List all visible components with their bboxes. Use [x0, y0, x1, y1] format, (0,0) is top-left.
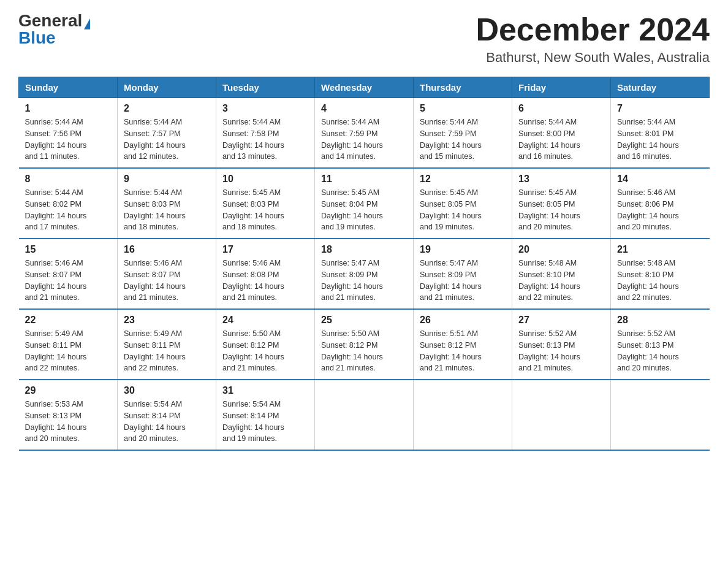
calendar-cell: 9Sunrise: 5:44 AMSunset: 8:03 PMDaylight…	[118, 168, 216, 239]
day-info: Sunrise: 5:45 AMSunset: 8:05 PMDaylight:…	[518, 187, 604, 233]
day-number: 5	[420, 103, 506, 114]
header-tuesday: Tuesday	[216, 77, 315, 98]
calendar-cell: 1Sunrise: 5:44 AMSunset: 7:56 PMDaylight…	[19, 98, 118, 169]
day-number: 29	[25, 385, 112, 396]
header-saturday: Saturday	[611, 77, 710, 98]
day-number: 25	[321, 315, 407, 326]
day-number: 26	[420, 315, 506, 326]
calendar-cell: 6Sunrise: 5:44 AMSunset: 8:00 PMDaylight…	[512, 98, 611, 169]
day-info: Sunrise: 5:45 AMSunset: 8:03 PMDaylight:…	[222, 187, 308, 233]
calendar-cell: 11Sunrise: 5:45 AMSunset: 8:04 PMDayligh…	[315, 168, 414, 239]
day-number: 23	[124, 315, 210, 326]
day-number: 24	[222, 315, 308, 326]
day-info: Sunrise: 5:49 AMSunset: 8:11 PMDaylight:…	[124, 328, 210, 374]
calendar-table: SundayMondayTuesdayWednesdayThursdayFrid…	[18, 77, 710, 451]
day-number: 21	[617, 244, 703, 255]
calendar-cell: 12Sunrise: 5:45 AMSunset: 8:05 PMDayligh…	[414, 168, 512, 239]
day-number: 10	[222, 174, 308, 185]
day-number: 7	[617, 103, 703, 114]
day-info: Sunrise: 5:46 AMSunset: 8:07 PMDaylight:…	[25, 258, 112, 304]
calendar-cell: 26Sunrise: 5:51 AMSunset: 8:12 PMDayligh…	[414, 309, 512, 380]
calendar-cell: 31Sunrise: 5:54 AMSunset: 8:14 PMDayligh…	[216, 380, 315, 450]
day-number: 20	[518, 244, 604, 255]
day-number: 6	[518, 103, 604, 114]
calendar-cell	[315, 380, 414, 450]
day-number: 17	[222, 244, 308, 255]
day-info: Sunrise: 5:46 AMSunset: 8:06 PMDaylight:…	[617, 187, 703, 233]
day-info: Sunrise: 5:48 AMSunset: 8:10 PMDaylight:…	[617, 258, 703, 304]
logo-blue-row: Blue	[18, 29, 56, 47]
day-info: Sunrise: 5:54 AMSunset: 8:14 PMDaylight:…	[222, 399, 308, 445]
calendar-cell: 7Sunrise: 5:44 AMSunset: 8:01 PMDaylight…	[611, 98, 710, 169]
calendar-subtitle: Bathurst, New South Wales, Australia	[476, 50, 710, 66]
day-info: Sunrise: 5:45 AMSunset: 8:04 PMDaylight:…	[321, 187, 407, 233]
calendar-cell: 24Sunrise: 5:50 AMSunset: 8:12 PMDayligh…	[216, 309, 315, 380]
day-info: Sunrise: 5:49 AMSunset: 8:11 PMDaylight:…	[25, 328, 112, 374]
calendar-cell: 2Sunrise: 5:44 AMSunset: 7:57 PMDaylight…	[118, 98, 216, 169]
day-number: 28	[617, 315, 703, 326]
calendar-cell: 20Sunrise: 5:48 AMSunset: 8:10 PMDayligh…	[512, 239, 611, 309]
day-info: Sunrise: 5:48 AMSunset: 8:10 PMDaylight:…	[518, 258, 604, 304]
day-info: Sunrise: 5:44 AMSunset: 7:58 PMDaylight:…	[222, 117, 308, 163]
day-info: Sunrise: 5:44 AMSunset: 8:03 PMDaylight:…	[124, 187, 210, 233]
day-info: Sunrise: 5:44 AMSunset: 8:02 PMDaylight:…	[25, 187, 112, 233]
header-friday: Friday	[512, 77, 611, 98]
day-info: Sunrise: 5:50 AMSunset: 8:12 PMDaylight:…	[321, 328, 407, 374]
day-info: Sunrise: 5:45 AMSunset: 8:05 PMDaylight:…	[420, 187, 506, 233]
day-number: 16	[124, 244, 210, 255]
logo: General Blue	[18, 12, 90, 47]
day-number: 11	[321, 174, 407, 185]
day-number: 13	[518, 174, 604, 185]
calendar-cell: 4Sunrise: 5:44 AMSunset: 7:59 PMDaylight…	[315, 98, 414, 169]
day-info: Sunrise: 5:44 AMSunset: 7:57 PMDaylight:…	[124, 117, 210, 163]
calendar-cell: 25Sunrise: 5:50 AMSunset: 8:12 PMDayligh…	[315, 309, 414, 380]
calendar-header-row: SundayMondayTuesdayWednesdayThursdayFrid…	[19, 77, 710, 98]
day-number: 27	[518, 315, 604, 326]
day-info: Sunrise: 5:44 AMSunset: 8:00 PMDaylight:…	[518, 117, 604, 163]
calendar-cell	[512, 380, 611, 450]
day-number: 2	[124, 103, 210, 114]
day-number: 8	[25, 174, 112, 185]
day-info: Sunrise: 5:52 AMSunset: 8:13 PMDaylight:…	[617, 328, 703, 374]
calendar-cell: 5Sunrise: 5:44 AMSunset: 7:59 PMDaylight…	[414, 98, 512, 169]
header-monday: Monday	[118, 77, 216, 98]
day-info: Sunrise: 5:53 AMSunset: 8:13 PMDaylight:…	[25, 399, 112, 445]
calendar-week-3: 15Sunrise: 5:46 AMSunset: 8:07 PMDayligh…	[19, 239, 710, 309]
calendar-cell: 15Sunrise: 5:46 AMSunset: 8:07 PMDayligh…	[19, 239, 118, 309]
day-number: 4	[321, 103, 407, 114]
day-info: Sunrise: 5:46 AMSunset: 8:07 PMDaylight:…	[124, 258, 210, 304]
day-info: Sunrise: 5:47 AMSunset: 8:09 PMDaylight:…	[420, 258, 506, 304]
calendar-week-4: 22Sunrise: 5:49 AMSunset: 8:11 PMDayligh…	[19, 309, 710, 380]
calendar-cell: 28Sunrise: 5:52 AMSunset: 8:13 PMDayligh…	[611, 309, 710, 380]
calendar-week-5: 29Sunrise: 5:53 AMSunset: 8:13 PMDayligh…	[19, 380, 710, 450]
page-header: General Blue December 2024 Bathurst, New…	[18, 12, 710, 66]
calendar-cell: 16Sunrise: 5:46 AMSunset: 8:07 PMDayligh…	[118, 239, 216, 309]
calendar-title: December 2024	[476, 12, 710, 47]
title-block: December 2024 Bathurst, New South Wales,…	[476, 12, 710, 66]
calendar-cell: 21Sunrise: 5:48 AMSunset: 8:10 PMDayligh…	[611, 239, 710, 309]
header-sunday: Sunday	[19, 77, 118, 98]
day-info: Sunrise: 5:50 AMSunset: 8:12 PMDaylight:…	[222, 328, 308, 374]
day-number: 18	[321, 244, 407, 255]
header-wednesday: Wednesday	[315, 77, 414, 98]
calendar-cell: 17Sunrise: 5:46 AMSunset: 8:08 PMDayligh…	[216, 239, 315, 309]
calendar-cell	[414, 380, 512, 450]
calendar-cell: 18Sunrise: 5:47 AMSunset: 8:09 PMDayligh…	[315, 239, 414, 309]
day-info: Sunrise: 5:47 AMSunset: 8:09 PMDaylight:…	[321, 258, 407, 304]
header-thursday: Thursday	[414, 77, 512, 98]
day-number: 22	[25, 315, 112, 326]
logo-general-row: General	[18, 12, 90, 29]
day-info: Sunrise: 5:52 AMSunset: 8:13 PMDaylight:…	[518, 328, 604, 374]
logo-general-text: General	[18, 11, 82, 30]
day-number: 9	[124, 174, 210, 185]
day-number: 3	[222, 103, 308, 114]
calendar-cell: 30Sunrise: 5:54 AMSunset: 8:14 PMDayligh…	[118, 380, 216, 450]
day-info: Sunrise: 5:44 AMSunset: 8:01 PMDaylight:…	[617, 117, 703, 163]
calendar-week-2: 8Sunrise: 5:44 AMSunset: 8:02 PMDaylight…	[19, 168, 710, 239]
day-info: Sunrise: 5:44 AMSunset: 7:59 PMDaylight:…	[321, 117, 407, 163]
day-number: 19	[420, 244, 506, 255]
calendar-cell: 29Sunrise: 5:53 AMSunset: 8:13 PMDayligh…	[19, 380, 118, 450]
calendar-cell: 14Sunrise: 5:46 AMSunset: 8:06 PMDayligh…	[611, 168, 710, 239]
logo-triangle-icon	[84, 18, 90, 29]
day-number: 31	[222, 385, 308, 396]
